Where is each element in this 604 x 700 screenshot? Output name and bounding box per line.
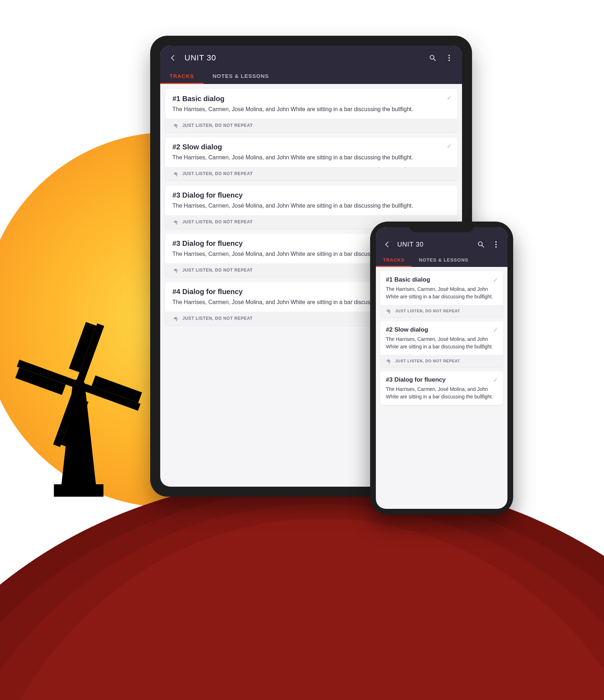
windmill-icon (14, 311, 143, 497)
svg-point-27 (175, 173, 176, 174)
listen-icon (385, 308, 392, 314)
track-title: #2 Slow dialog (172, 143, 450, 151)
track-card[interactable]: ✓ #3 Dialog for fluency The Harrises, Ca… (380, 371, 503, 405)
track-hint-label: JUST LISTEN, DO NOT REPEAT (182, 219, 253, 224)
track-description: The Harrises, Carmen, José Molina, and J… (386, 386, 497, 401)
track-description: The Harrises, Carmen, José Molina, and J… (172, 153, 450, 162)
check-icon: ✓ (493, 376, 498, 384)
track-description: The Harrises, Carmen, José Molina, and J… (172, 105, 450, 114)
listen-icon (172, 315, 179, 322)
listen-icon (172, 170, 179, 177)
track-description: The Harrises, Carmen, José Molina, and J… (172, 202, 450, 210)
track-title: #2 Slow dialog (386, 326, 497, 333)
track-title: #3 Dialog for fluency (386, 376, 497, 383)
phone-screen: UNIT 30 TRACKS NOTES & LESSONS ✓ #1 Basi… (376, 227, 507, 509)
more-menu-button[interactable] (491, 239, 501, 249)
svg-point-25 (430, 55, 434, 59)
tab-notes-lessons[interactable]: NOTES & LESSONS (412, 253, 476, 267)
track-hint-label: JUST LISTEN, DO NOT REPEAT (395, 309, 460, 313)
track-title: #3 Dialog for fluency (172, 191, 450, 199)
svg-point-28 (175, 222, 176, 223)
check-icon: ✓ (447, 142, 452, 150)
track-hint-label: JUST LISTEN, DO NOT REPEAT (182, 268, 253, 273)
track-hint: JUST LISTEN, DO NOT REPEAT (165, 167, 457, 180)
track-card[interactable]: ✓ #1 Basic dialog The Harrises, Carmen, … (165, 89, 457, 132)
track-card[interactable]: ✓ #2 Slow dialog The Harrises, Carmen, J… (165, 137, 457, 180)
search-button[interactable] (476, 239, 486, 249)
search-button[interactable] (428, 53, 438, 63)
check-icon: ✓ (493, 326, 498, 334)
svg-point-32 (388, 311, 389, 312)
svg-point-31 (478, 242, 482, 246)
track-hint-label: JUST LISTEN, DO NOT REPEAT (182, 316, 253, 321)
track-hint-label: JUST LISTEN, DO NOT REPEAT (182, 123, 253, 128)
track-hint: JUST LISTEN, DO NOT REPEAT (165, 119, 457, 132)
track-hint: JUST LISTEN, DO NOT REPEAT (380, 355, 503, 367)
page-title: UNIT 30 (397, 241, 471, 248)
svg-point-33 (388, 361, 389, 362)
track-card[interactable]: ✓ #1 Basic dialog The Harrises, Carmen, … (380, 271, 503, 317)
back-button[interactable] (168, 53, 178, 63)
track-title: #1 Basic dialog (386, 276, 497, 283)
track-hint-label: JUST LISTEN, DO NOT REPEAT (182, 171, 253, 176)
svg-rect-1 (54, 484, 104, 497)
tab-notes-lessons[interactable]: NOTES & LESSONS (203, 68, 279, 84)
phone-notch (409, 222, 474, 232)
tab-bar: TRACKS NOTES & LESSONS (376, 253, 507, 267)
tab-tracks[interactable]: TRACKS (160, 68, 203, 84)
svg-point-30 (175, 318, 176, 319)
app-header: UNIT 30 TRACKS NOTES & LESSONS (160, 46, 462, 84)
listen-icon (172, 267, 179, 273)
track-description: The Harrises, Carmen, José Molina, and J… (386, 286, 497, 301)
track-description: The Harrises, Carmen, José Molina, and J… (386, 336, 497, 351)
tab-tracks[interactable]: TRACKS (376, 253, 412, 267)
listen-icon (172, 122, 179, 129)
track-list[interactable]: ✓ #1 Basic dialog The Harrises, Carmen, … (376, 267, 507, 509)
svg-point-10 (73, 379, 85, 392)
track-hint: JUST LISTEN, DO NOT REPEAT (380, 305, 503, 317)
check-icon: ✓ (493, 276, 498, 284)
track-card[interactable]: ✓ #2 Slow dialog The Harrises, Carmen, J… (380, 321, 503, 367)
track-title: #1 Basic dialog (172, 95, 450, 103)
tab-bar: TRACKS NOTES & LESSONS (160, 68, 462, 84)
back-button[interactable] (382, 239, 392, 249)
listen-icon (172, 219, 179, 225)
svg-point-29 (175, 270, 176, 271)
page-title: UNIT 30 (185, 53, 421, 63)
app-header: UNIT 30 TRACKS NOTES & LESSONS (376, 227, 507, 267)
listen-icon (385, 358, 392, 364)
more-menu-button[interactable] (444, 53, 454, 63)
check-icon: ✓ (447, 94, 452, 102)
svg-point-26 (175, 125, 176, 126)
phone-frame: UNIT 30 TRACKS NOTES & LESSONS ✓ #1 Basi… (370, 222, 513, 515)
track-hint-label: JUST LISTEN, DO NOT REPEAT (395, 359, 460, 363)
